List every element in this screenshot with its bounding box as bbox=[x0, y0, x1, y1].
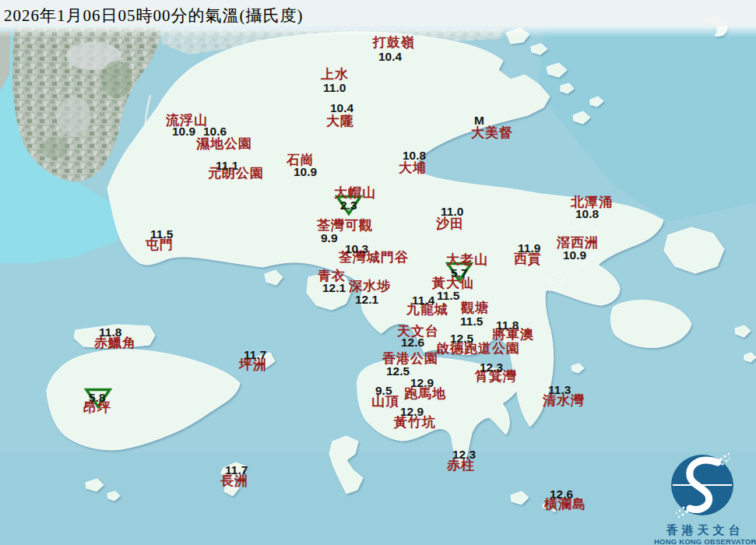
station-temperature: 12.1 bbox=[355, 294, 378, 306]
station-temperature: 10.9 bbox=[294, 166, 317, 178]
stations-layer: 打鼓嶺 10.4 上水 11.0 流浮山 10.9 濕地公園 10.6 元朗公園… bbox=[0, 0, 756, 545]
station-temperature: 10.9 bbox=[563, 249, 586, 262]
station-temperature: 10.6 bbox=[203, 125, 227, 138]
station-temperature: 10.8 bbox=[575, 208, 599, 220]
station-name: 大老山 bbox=[446, 253, 488, 266]
station-temperature: M bbox=[474, 114, 484, 127]
map-title: 2026年1月06日05時00分的氣溫(攝氏度) bbox=[4, 5, 304, 26]
station-temperature: 11.5 bbox=[150, 228, 173, 241]
station-name: 啟德跑道公園 bbox=[436, 342, 520, 355]
station-temperature: 9.5 bbox=[375, 385, 392, 397]
station-temperature: 11.5 bbox=[460, 315, 483, 328]
station-temperature: 11.1 bbox=[216, 160, 238, 172]
station-temperature: 2.3 bbox=[340, 199, 357, 212]
hko-logo-name-zh: 香港天文台 bbox=[654, 524, 756, 537]
station-temperature: 12.9 bbox=[400, 406, 424, 418]
station-temperature: 11.8 bbox=[99, 326, 121, 339]
station-temperature: 12.5 bbox=[450, 332, 473, 345]
station-temperature: 10.8 bbox=[403, 149, 426, 162]
station-temperature: 11.7 bbox=[244, 349, 266, 361]
station-temperature: 11.4 bbox=[412, 294, 434, 307]
station-temperature: 11.3 bbox=[548, 384, 571, 396]
station-temperature: 12.3 bbox=[480, 361, 503, 374]
station-name: 滘西洲 bbox=[557, 236, 599, 249]
station-temperature: 12.5 bbox=[386, 365, 410, 378]
station-temperature: 5.8 bbox=[89, 392, 106, 404]
station-temperature: 9.9 bbox=[321, 232, 338, 244]
station-temperature: 12.6 bbox=[401, 336, 424, 349]
station-temperature: 11.9 bbox=[518, 242, 540, 255]
hko-logo: 香港天文台 HONG KONG OBSERVATORY bbox=[654, 436, 756, 545]
station-name: 沙田 bbox=[436, 217, 464, 230]
station-name: 打鼓嶺 bbox=[373, 36, 415, 49]
hko-logo-name-en: HONG KONG OBSERVATORY bbox=[654, 537, 756, 545]
station-temperature: 11.7 bbox=[225, 464, 248, 476]
station-name: 黃大仙 bbox=[432, 276, 474, 290]
station-temperature: 10.4 bbox=[330, 102, 353, 114]
station-name: 大埔 bbox=[399, 161, 427, 174]
station-temperature: 12.3 bbox=[452, 448, 476, 461]
station-temperature: 11.0 bbox=[323, 82, 346, 94]
station-temperature: 10.9 bbox=[172, 125, 195, 138]
station-temperature: 11.8 bbox=[496, 319, 519, 332]
station-temperature: 10.3 bbox=[345, 243, 368, 255]
station-name: 香港公園 bbox=[382, 352, 438, 365]
station-name: 深水埗 bbox=[349, 280, 391, 293]
station-name: 大隴 bbox=[326, 114, 354, 128]
station-temperature: 10.4 bbox=[378, 51, 402, 63]
station-temperature: 12.6 bbox=[550, 488, 573, 501]
station-temperature: 12.9 bbox=[410, 377, 434, 389]
station-temperature: 11.5 bbox=[437, 290, 459, 302]
station-name: 觀塘 bbox=[461, 301, 489, 315]
station-name: 大帽山 bbox=[334, 186, 376, 199]
station-temperature: 12.1 bbox=[322, 282, 346, 294]
station-name: 荃灣可觀 bbox=[317, 219, 373, 232]
station-name: 大美督 bbox=[471, 126, 513, 139]
station-name: 上水 bbox=[321, 68, 349, 81]
hko-logo-icon bbox=[654, 436, 756, 520]
station-temperature: 11.0 bbox=[441, 206, 463, 218]
station-name: 濕地公園 bbox=[196, 137, 252, 150]
